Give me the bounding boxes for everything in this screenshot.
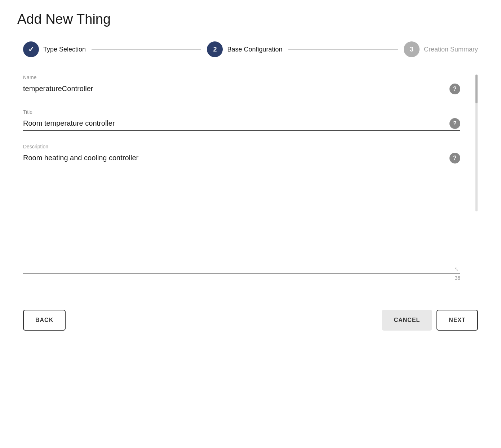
char-count: 36 [23, 275, 460, 281]
button-bar: BACK CANCEL NEXT [17, 310, 484, 331]
name-label: Name [23, 75, 460, 80]
form-section: Name ? Title ? Description ? ⤡ [23, 75, 472, 281]
step-2-label: Base Configuration [227, 46, 282, 53]
step-connector-2 [288, 49, 398, 50]
cancel-button[interactable]: CANCEL [382, 310, 433, 331]
title-field-row: ? [23, 118, 460, 131]
name-field-row: ? [23, 83, 460, 96]
page-title: Add New Thing [17, 12, 484, 27]
description-field-group: Description ? [23, 144, 460, 165]
description-help-icon[interactable]: ? [449, 153, 460, 163]
description-input[interactable] [23, 152, 445, 163]
next-button[interactable]: NEXT [436, 310, 478, 331]
title-help-icon[interactable]: ? [449, 118, 460, 129]
step-3-label: Creation Summary [424, 46, 478, 53]
step-1-circle: ✓ [23, 41, 39, 57]
right-buttons: CANCEL NEXT [382, 310, 478, 331]
step-2-circle: 2 [207, 41, 223, 57]
textarea-area: ⤡ 36 [23, 266, 460, 281]
step-creation-summary: 3 Creation Summary [404, 41, 478, 57]
step-1-label: Type Selection [43, 46, 86, 53]
name-input[interactable] [23, 83, 445, 94]
checkmark-icon: ✓ [28, 45, 34, 54]
description-label: Description [23, 144, 460, 149]
back-button[interactable]: BACK [23, 310, 66, 331]
stepper: ✓ Type Selection 2 Base Configuration 3 … [17, 41, 484, 57]
name-help-icon[interactable]: ? [449, 84, 460, 94]
step-3-circle: 3 [404, 41, 420, 57]
scrollbar-thumb [475, 75, 478, 103]
content-area: Name ? Title ? Description ? ⤡ [17, 75, 484, 281]
description-field-row: ? [23, 152, 460, 165]
step-type-selection: ✓ Type Selection [23, 41, 86, 57]
step-base-configuration: 2 Base Configuration [207, 41, 282, 57]
scrollbar[interactable] [475, 75, 478, 281]
resize-icon: ⤡ [455, 266, 459, 272]
title-field-group: Title ? [23, 109, 460, 131]
title-label: Title [23, 109, 460, 115]
textarea-bottom: ⤡ [23, 266, 460, 274]
name-field-group: Name ? [23, 75, 460, 96]
step-connector-1 [92, 49, 201, 50]
title-input[interactable] [23, 118, 445, 129]
scrollbar-track [475, 75, 478, 211]
